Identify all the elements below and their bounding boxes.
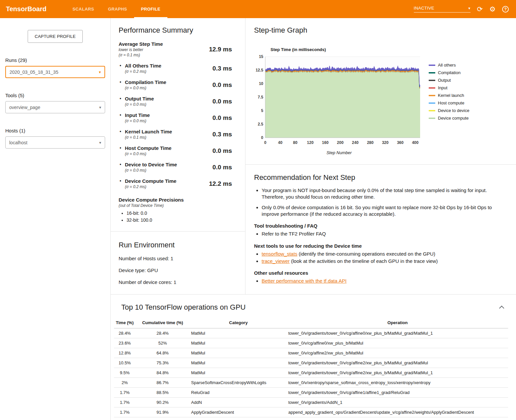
recommendation-item: Refer to the TF2 Profiler FAQ (262, 230, 507, 238)
recommendation-section: Recommendation for Next Step Your progra… (245, 164, 516, 294)
perf-item-sigma: (σ = 0.2 ms) (125, 184, 209, 189)
recommendation-item-text: Refer to the TF2 Profiler FAQ (262, 231, 326, 237)
chart-legend: All othersCompilationOutputInputKernel l… (429, 55, 469, 155)
recommendation-subheading: Other useful resources (254, 270, 507, 276)
average-step-time-sigma: (σ = 0.1 ms) (119, 53, 209, 57)
legend-item: Device compute (429, 116, 469, 121)
recommendation-link[interactable]: tensorflow_stats (262, 251, 297, 257)
step-time-graph-section: Step-time Graph Step Time (in millisecon… (245, 18, 516, 164)
performance-summary-title: Performance Summary (119, 26, 237, 35)
legend-item: Host compute (429, 100, 469, 105)
cumulative-time-cell: 52% (135, 338, 190, 348)
run-environment-line: Number of Hosts used: 1 (119, 256, 237, 261)
settings-icon[interactable]: ⚙ (489, 6, 496, 13)
collapse-icon[interactable] (499, 305, 504, 311)
caret-down-icon: ▾ (99, 140, 101, 145)
bullet-icon: • (119, 178, 125, 189)
recommendation-link[interactable]: trace_viewer (262, 258, 290, 264)
runs-select[interactable]: 2020_03_05_18_31_35 ▾ (5, 66, 105, 78)
hosts-select[interactable]: localhost ▾ (5, 136, 105, 149)
runs-select-value: 2020_03_05_18_31_35 (10, 70, 58, 75)
svg-text:360: 360 (397, 140, 404, 145)
perf-item-value: 0.0 ms (213, 98, 237, 105)
perf-item-sigma: (σ = 0.0 ms) (125, 168, 213, 173)
cumulative-time-cell: 90.2% (135, 398, 190, 407)
precisions-title: Device Compute Precisions (119, 197, 237, 203)
svg-text:280: 280 (367, 140, 374, 145)
category-cell: AddN (190, 398, 287, 407)
average-step-time-value: 12.9 ms (209, 46, 237, 53)
perf-item-sigma: (σ = 0.0 ms) (125, 119, 213, 123)
tab-profile[interactable]: PROFILE (134, 0, 167, 18)
average-step-time-label: Average Step Time (119, 41, 209, 47)
perf-item: •Compilation Time(σ = 0.0 ms)0.0 ms (119, 79, 237, 90)
run-environment-lines: Number of Hosts used: 1Device type: GPUN… (119, 256, 237, 285)
step-time-graph-title: Step-time Graph (254, 26, 507, 35)
header-actions: INACTIVE ▾ ⟳ ⚙ ? (414, 6, 509, 13)
bullet-icon: • (119, 96, 125, 107)
svg-text:12.5: 12.5 (256, 68, 264, 72)
svg-text:15: 15 (259, 55, 264, 59)
recommendation-list: Refer to the TF2 Profiler FAQ (262, 230, 507, 238)
device-compute-precisions: Device Compute Precisions (out of Total … (119, 197, 237, 223)
operation-cell: tower_0/v/gradients/tower_0/v/cg/affine1… (287, 388, 508, 398)
status-dropdown[interactable]: INACTIVE ▾ (414, 6, 471, 13)
perf-item-value: 0.0 ms (213, 164, 237, 171)
table-row: 9.5%84.8%MatMultower_0/v/gradients/tower… (114, 368, 508, 378)
table-row: 12.8%64.8%MatMultower_0/v/cg/affine2/xw_… (114, 348, 508, 358)
legend-label: Output (438, 78, 451, 83)
svg-text:5: 5 (261, 108, 263, 113)
help-icon[interactable]: ? (502, 6, 509, 13)
operation-cell: tower_0/v/gradients/AddN_1 (287, 398, 508, 407)
average-step-time-sub: lower is better (119, 47, 209, 52)
caret-down-icon: ▾ (99, 70, 101, 74)
precision-item: 16-bit: 0.0 (127, 210, 237, 216)
svg-text:120: 120 (307, 140, 314, 145)
status-label: INACTIVE (414, 6, 434, 11)
cumulative-time-cell: 84.8% (135, 368, 190, 378)
legend-swatch (429, 118, 435, 119)
main-content: Performance Summary Average Step Time lo… (110, 18, 516, 420)
step-time-chart: 02.557.51012.515040801201602002402803203… (254, 55, 424, 148)
svg-text:10: 10 (259, 81, 264, 86)
chart-title: Step Time (in milliseconds) (271, 47, 507, 52)
legend-label: Device to device (438, 108, 469, 113)
legend-item: All others (429, 63, 469, 68)
bullet-icon: • (119, 162, 125, 173)
perf-item-sigma: (σ = 0.0 ms) (125, 102, 213, 107)
perf-item-value: 0.3 ms (213, 131, 237, 138)
app-header: TensorBoard SCALARSGRAPHSPROFILE INACTIV… (0, 0, 516, 18)
time-cell: 1.7% (114, 398, 135, 407)
legend-swatch (429, 102, 435, 104)
legend-label: All others (438, 63, 456, 68)
tab-scalars[interactable]: SCALARS (66, 0, 101, 18)
legend-swatch (429, 80, 435, 81)
perf-item: •Output Time(σ = 0.0 ms)0.0 ms (119, 96, 237, 107)
recommendation-bullet: Your program is NOT input-bound because … (262, 187, 507, 201)
cumulative-time-cell: 91.9% (135, 407, 190, 417)
bullet-icon: • (119, 112, 125, 123)
legend-label: Kernel launch (438, 93, 464, 98)
cumulative-time-cell: 88.5% (135, 388, 190, 398)
operation-cell: tower_0/v/gradients/tower_0/v/cg/affine2… (287, 358, 508, 368)
perf-item-sigma: (σ = 0.1 ms) (125, 135, 213, 140)
refresh-icon[interactable]: ⟳ (477, 6, 483, 13)
column-header: Operation (287, 318, 508, 328)
svg-text:0: 0 (264, 140, 267, 145)
operation-cell: tower_0/v/cg/affine2/xw_plus_b/MatMul (287, 348, 508, 358)
run-environment-line: Number of device cores: 1 (119, 279, 237, 285)
capture-profile-button[interactable]: CAPTURE PROFILE (28, 30, 82, 43)
perf-item: •Kernel Launch Time(σ = 0.1 ms)0.3 ms (119, 129, 237, 140)
recommendation-link[interactable]: Better performance with the tf.data API (262, 278, 347, 284)
cumulative-time-cell: 86.7% (135, 378, 190, 388)
tools-select[interactable]: overview_page ▾ (5, 101, 105, 113)
caret-down-icon: ▾ (468, 6, 470, 11)
tab-graphs[interactable]: GRAPHS (101, 0, 134, 18)
legend-swatch (429, 65, 435, 66)
top-ops-header: Top 10 TensorFlow operations on GPU (114, 301, 508, 312)
category-cell: MatMul (190, 338, 287, 348)
tools-select-value: overview_page (9, 105, 40, 110)
hosts-label: Hosts (1) (5, 128, 105, 133)
svg-text:40: 40 (278, 140, 283, 145)
run-environment-line: Device type: GPU (119, 267, 237, 273)
